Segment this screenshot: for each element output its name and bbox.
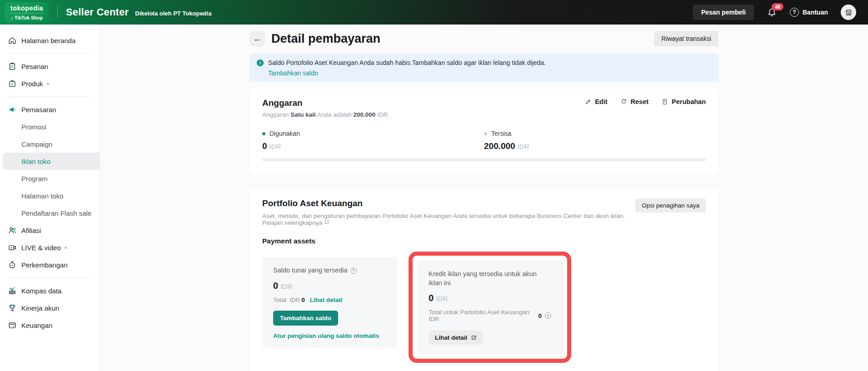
- top-header: tokopedia ♪ TikTok Shop Seller Center Di…: [0, 0, 868, 25]
- tokopedia-tiktok-logo[interactable]: tokopedia ♪ TikTok Shop: [5, 2, 49, 22]
- cash-card-title: Saldo tunai yang tersedia: [273, 266, 348, 275]
- budget-title: Anggaran: [262, 98, 303, 108]
- portfolio-title: Portfolio Aset Keuangan: [262, 198, 635, 208]
- budget-progress-bar: [262, 158, 706, 161]
- budget-changes-button[interactable]: Perubahan: [661, 98, 706, 105]
- external-link-icon: [471, 335, 477, 341]
- refresh-icon: [620, 98, 628, 105]
- affiliate-people-icon: [8, 226, 17, 235]
- remaining-unit: IDR: [518, 143, 529, 150]
- sidebar-item-perkembangan[interactable]: Perkembangan: [0, 256, 100, 273]
- managed-by-subtitle: Dikelola oleh PT Tokopedia: [135, 10, 211, 17]
- megaphone-icon: [8, 105, 17, 114]
- notification-count-badge: 48: [772, 3, 783, 10]
- sidebar-divider: [7, 96, 92, 97]
- cash-detail-link[interactable]: Lihat detail: [310, 297, 342, 303]
- transaction-history-button[interactable]: Riwayat transaksi: [654, 31, 718, 46]
- sidebar-item-iklan-toko[interactable]: Iklan toko: [3, 153, 100, 170]
- cash-value: 0: [273, 281, 278, 291]
- credit-total-line: Total untuk Portofolio Aset Keuangan: ID…: [429, 309, 551, 322]
- question-circle-icon: ?: [790, 8, 799, 17]
- sidebar-item-pemasaran[interactable]: Pemasaran: [0, 101, 100, 118]
- sidebar-nav: Halaman beranda Pesanan Produk: [0, 25, 100, 371]
- balance-alert-banner: i Saldo Portofolio Aset Keuangan Anda su…: [249, 54, 718, 82]
- header-divider: [57, 6, 58, 18]
- help-label: Bantuan: [803, 9, 828, 16]
- pencil-icon: [584, 98, 592, 105]
- app-window: tokopedia ♪ TikTok Shop Seller Center Di…: [0, 0, 868, 371]
- add-balance-link[interactable]: Tambahkan saldo: [268, 69, 318, 77]
- page-title: Detail pembayaran: [271, 32, 380, 46]
- external-link-icon: [324, 219, 329, 225]
- seller-center-title: Seller Center: [66, 6, 129, 18]
- credit-value: 0: [429, 293, 434, 303]
- info-icon: i: [257, 59, 264, 66]
- header-actions: Pesan pembeli 48 ? Bantuan: [693, 5, 856, 20]
- budget-card: Anggaran Edit Reset: [249, 89, 718, 174]
- sidebar-divider: [7, 53, 92, 54]
- clipboard-icon: [8, 62, 17, 71]
- tiktok-note-icon: ♪: [11, 15, 13, 20]
- stopwatch-icon: [8, 260, 17, 269]
- sidebar-item-halaman-toko[interactable]: Halaman toko: [0, 187, 100, 204]
- budget-subtitle: Anggaran Satu kali Anda adalah 200.000 I…: [262, 111, 706, 118]
- used-value: 0: [262, 141, 267, 151]
- sidebar-item-kompas-data[interactable]: Kompas data: [0, 282, 100, 299]
- remaining-value: 200.000: [484, 141, 515, 151]
- used-stat: Digunakan 0IDR: [262, 130, 484, 151]
- learn-more-link[interactable]: Pelajari selengkapnya: [262, 219, 329, 226]
- question-mark-icon[interactable]: ?: [545, 312, 551, 319]
- video-camera-icon: [8, 243, 17, 252]
- red-highlight-box: Kredit iklan yang tersedia untuk akun ik…: [409, 252, 571, 363]
- sidebar-divider: [7, 277, 92, 278]
- buyer-messages-button[interactable]: Pesan pembeli: [693, 5, 754, 20]
- sidebar-item-produk[interactable]: Produk: [0, 75, 100, 92]
- credit-detail-button[interactable]: Lihat detail: [429, 331, 483, 345]
- main-area: ← Detail pembayaran Riwayat transaksi i …: [100, 25, 868, 371]
- finance-card-icon: [8, 321, 17, 330]
- sidebar-item-program[interactable]: Program: [0, 170, 100, 187]
- portfolio-description: Aset, metode, dan pengaturan pembayaran …: [262, 213, 635, 226]
- payment-assets-row: Saldo tunai yang tersedia ? 0IDR Total: …: [262, 252, 706, 363]
- sidebar-item-pesanan[interactable]: Pesanan: [0, 58, 100, 75]
- budget-actions: Edit Reset Perubahan: [584, 98, 706, 105]
- home-icon: [8, 36, 17, 45]
- tokopedia-logo-text: tokopedia: [10, 5, 43, 12]
- sidebar-item-campaign[interactable]: Campaign: [0, 135, 100, 153]
- help-button[interactable]: ? Bantuan: [790, 8, 828, 17]
- sidebar-item-pendaftaran-flash-sale[interactable]: Pendaftaran Flash sale: [0, 204, 100, 222]
- credit-card-title: Kredit iklan yang tersedia untuk akun ik…: [429, 270, 537, 287]
- sidebar-item-kinerja-akun[interactable]: Kinerja akun: [0, 299, 100, 317]
- storefront-icon: [844, 8, 853, 17]
- auto-refill-link[interactable]: Atur pengisian ulang saldo otomatis: [273, 332, 387, 339]
- trophy-icon: [8, 303, 17, 312]
- sidebar-item-live-video[interactable]: LIVE & video: [0, 239, 100, 256]
- cash-balance-card: Saldo tunai yang tersedia ? 0IDR Total: …: [262, 257, 398, 348]
- question-mark-icon[interactable]: ?: [350, 267, 357, 274]
- sidebar-item-afiliasi[interactable]: Afiliasi: [0, 222, 100, 239]
- remaining-dot: [484, 132, 487, 135]
- sidebar-item-promosi[interactable]: Promosi: [0, 118, 100, 135]
- notifications-button[interactable]: 48: [767, 7, 777, 18]
- reset-budget-button[interactable]: Reset: [620, 98, 649, 105]
- ad-credit-card: Kredit iklan yang tersedia untuk akun ik…: [417, 260, 563, 355]
- billing-options-button[interactable]: Opsi penagihan saya: [635, 198, 706, 213]
- payment-assets-title: Payment assets: [262, 237, 706, 245]
- new-dot-indicator: [65, 247, 67, 249]
- cash-total-line: Total: IDR 0 Lihat detail: [273, 297, 387, 303]
- tiktok-shop-logo-text: ♪ TikTok Shop: [11, 15, 43, 20]
- new-dot-indicator: [47, 83, 49, 85]
- shop-avatar[interactable]: [841, 5, 856, 20]
- back-arrow-icon: ←: [253, 34, 261, 44]
- bar-chart-icon: [8, 286, 17, 295]
- page-header: ← Detail pembayaran Riwayat transaksi: [249, 31, 718, 46]
- add-balance-button[interactable]: Tambahkan saldo: [273, 311, 338, 326]
- document-icon: [661, 98, 668, 105]
- back-button[interactable]: ←: [249, 31, 265, 46]
- sidebar-item-keuangan[interactable]: Keuangan: [0, 317, 100, 334]
- alert-text: Saldo Portofolio Aset Keuangan Anda suda…: [268, 59, 546, 66]
- portfolio-card: Portfolio Aset Keuangan Aset, metode, da…: [249, 188, 718, 371]
- sidebar-item-halaman-beranda[interactable]: Halaman beranda: [0, 32, 100, 49]
- edit-budget-button[interactable]: Edit: [584, 98, 607, 105]
- product-bag-icon: [8, 79, 17, 88]
